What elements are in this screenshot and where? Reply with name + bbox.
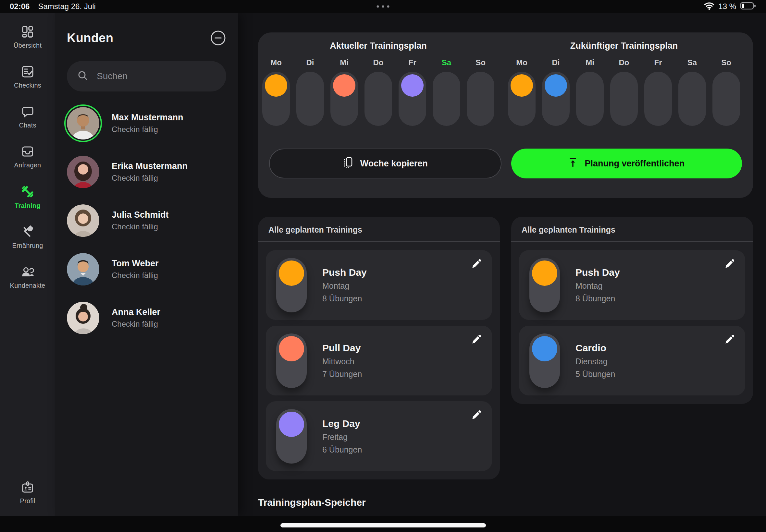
- training-color-dot: [279, 412, 304, 437]
- client-row-max[interactable]: Max Mustermann Checkin fällig: [67, 107, 226, 139]
- planned-trainings-card-current: Alle geplanten Trainings Push Day Montag: [258, 217, 500, 479]
- sidebar-item-training[interactable]: Training: [0, 184, 55, 210]
- sidebar-item-kundenakte[interactable]: Kundenakte: [0, 265, 55, 289]
- sidebar-item-label: Ernährung: [12, 242, 43, 249]
- publish-plan-label: Planung veröffentlichen: [585, 159, 685, 169]
- client-search[interactable]: [67, 61, 226, 91]
- copy-week-button[interactable]: Woche kopieren: [269, 149, 502, 178]
- day-slot-pill[interactable]: [262, 72, 290, 126]
- training-item[interactable]: Push Day Montag 8 Übungen: [519, 250, 745, 320]
- day-slot-pill[interactable]: [576, 72, 604, 126]
- edit-training-button[interactable]: [724, 334, 735, 346]
- sidebar-item-label: Profil: [20, 497, 35, 505]
- day-column: Mo: [262, 58, 290, 126]
- day-column: Di: [296, 58, 324, 126]
- client-name: Erika Mustermann: [112, 161, 188, 171]
- day-slot-pill[interactable]: [433, 72, 460, 126]
- day-label: Fr: [409, 58, 417, 67]
- client-row-erika[interactable]: Erika Mustermann Checkin fällig: [67, 156, 226, 188]
- avatar: [67, 302, 99, 334]
- home-indicator[interactable]: [280, 523, 486, 527]
- day-label: Mi: [586, 58, 594, 67]
- training-item[interactable]: Leg Day Freitag 6 Übungen: [266, 401, 492, 471]
- day-slot-pill[interactable]: [364, 72, 392, 126]
- avatar: [67, 253, 99, 285]
- status-time: 02:06: [10, 2, 30, 11]
- clients-panel-title: Kunden: [67, 31, 113, 45]
- sidebar-item-ernaehrung[interactable]: Ernährung: [0, 225, 55, 249]
- edit-training-button[interactable]: [471, 410, 482, 422]
- day-column: Do: [364, 58, 392, 126]
- training-item[interactable]: Pull Day Mittwoch 7 Übungen: [266, 326, 492, 395]
- day-slot-pill[interactable]: [542, 72, 570, 126]
- training-exercise-count: 8 Übungen: [322, 294, 367, 303]
- day-slot-pill[interactable]: [296, 72, 324, 126]
- edit-training-button[interactable]: [724, 259, 735, 271]
- current-week-section: Aktueller Trainingsplan Mo Di: [262, 41, 494, 126]
- planned-trainings-list: Push Day Montag 8 Übungen: [258, 242, 500, 479]
- training-item[interactable]: Push Day Montag 8 Übungen: [266, 250, 492, 320]
- training-color-dot: [299, 74, 321, 97]
- day-slot-pill[interactable]: [467, 72, 494, 126]
- day-slot-pill[interactable]: [610, 72, 638, 126]
- client-row-anna[interactable]: Anna Keller Checkin fällig: [67, 302, 226, 334]
- search-icon: [77, 70, 88, 82]
- sidebar-item-anfragen[interactable]: Anfragen: [0, 144, 55, 169]
- battery-icon: [740, 2, 756, 11]
- sidebar-item-profil[interactable]: Profil: [0, 480, 55, 505]
- training-item-pill: [276, 333, 307, 388]
- training-color-dot: [681, 74, 703, 97]
- status-date: Samstag 26. Juli: [38, 2, 95, 11]
- sidebar-item-chats[interactable]: Chats: [0, 104, 55, 129]
- training-color-dot: [511, 74, 533, 97]
- day-column: Fr: [644, 58, 672, 126]
- minus-circle-icon: [210, 42, 226, 47]
- day-slot-pill[interactable]: [399, 72, 426, 126]
- cutlery-icon: [20, 225, 35, 239]
- sidebar-item-uebersicht[interactable]: Übersicht: [0, 25, 55, 49]
- weekly-planner-card: Aktueller Trainingsplan Mo Di: [258, 32, 753, 198]
- training-color-dot: [545, 74, 567, 97]
- day-slot-pill[interactable]: [330, 72, 358, 126]
- training-item-pill: [529, 333, 560, 388]
- current-week-days: Mo Di Mi: [262, 58, 494, 126]
- day-label: So: [476, 58, 486, 67]
- day-label: Di: [306, 58, 314, 67]
- day-column: Mi: [330, 58, 358, 126]
- training-item[interactable]: Cardio Dienstag 5 Übungen: [519, 326, 745, 395]
- publish-plan-button[interactable]: Planung veröffentlichen: [511, 149, 742, 178]
- client-status: Checkin fällig: [112, 222, 169, 231]
- clients-panel: Kunden: [55, 13, 238, 516]
- training-title: Cardio: [576, 343, 615, 354]
- day-column: Mi: [576, 58, 604, 126]
- sidebar-item-checkins[interactable]: Checkins: [0, 65, 55, 89]
- pencil-icon: [471, 266, 482, 271]
- day-slot-pill[interactable]: [678, 72, 706, 126]
- planned-trainings-card-future: Alle geplanten Trainings Push Day Montag: [511, 217, 753, 404]
- day-label: Mi: [340, 58, 348, 67]
- training-color-dot: [532, 336, 557, 361]
- client-status: Checkin fällig: [112, 125, 183, 134]
- dashboard-icon: [20, 25, 35, 39]
- training-title: Leg Day: [322, 418, 362, 429]
- avatar: [67, 156, 99, 188]
- training-day: Freitag: [322, 432, 362, 442]
- day-slot-pill[interactable]: [644, 72, 672, 126]
- content-row: Übersicht Checkins: [0, 13, 766, 516]
- day-label: Do: [619, 58, 629, 67]
- day-slot-pill[interactable]: [508, 72, 536, 126]
- pencil-icon: [724, 266, 735, 271]
- edit-training-button[interactable]: [471, 334, 482, 346]
- search-input[interactable]: [97, 71, 216, 81]
- collapse-panel-button[interactable]: [210, 30, 226, 46]
- day-slot-pill[interactable]: [712, 72, 740, 126]
- training-color-dot: [532, 260, 557, 286]
- client-row-tom[interactable]: Tom Weber Checkin fällig: [67, 253, 226, 285]
- future-week-section: Zukünftiger Trainingsplan Mo Di: [508, 41, 740, 126]
- edit-training-button[interactable]: [471, 259, 482, 271]
- day-label: Fr: [654, 58, 662, 67]
- sidebar-item-label: Training: [15, 202, 40, 210]
- bottom-bar: [0, 516, 766, 532]
- day-label: Do: [373, 58, 384, 67]
- client-row-julia[interactable]: Julia Schmidt Checkin fällig: [67, 204, 226, 237]
